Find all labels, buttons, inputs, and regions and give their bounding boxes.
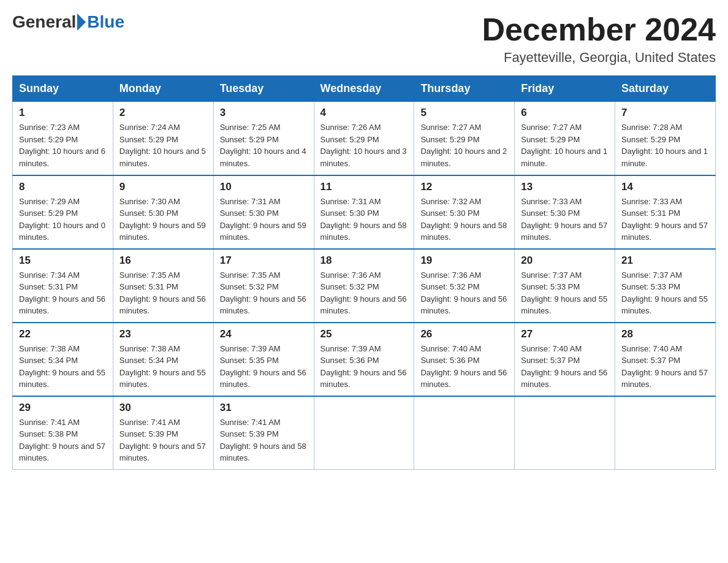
logo-blue-text: Blue — [87, 12, 124, 32]
header-sunday: Sunday — [13, 76, 113, 102]
calendar-day-cell: 30 Sunrise: 7:41 AMSunset: 5:39 PMDaylig… — [113, 396, 213, 470]
day-number: 14 — [621, 181, 709, 193]
day-info: Sunrise: 7:31 AMSunset: 5:30 PMDaylight:… — [220, 197, 306, 242]
day-number: 11 — [320, 181, 408, 193]
day-number: 1 — [19, 107, 107, 119]
calendar-day-cell: 31 Sunrise: 7:41 AMSunset: 5:39 PMDaylig… — [213, 396, 314, 470]
day-info: Sunrise: 7:38 AMSunset: 5:34 PMDaylight:… — [19, 344, 105, 389]
day-number: 25 — [320, 328, 408, 340]
day-number: 12 — [420, 181, 508, 193]
calendar-day-cell: 20 Sunrise: 7:37 AMSunset: 5:33 PMDaylig… — [515, 249, 615, 323]
calendar-day-cell: 9 Sunrise: 7:30 AMSunset: 5:30 PMDayligh… — [113, 175, 213, 249]
day-info: Sunrise: 7:40 AMSunset: 5:37 PMDaylight:… — [621, 344, 708, 389]
calendar-day-cell: 27 Sunrise: 7:40 AMSunset: 5:37 PMDaylig… — [515, 323, 615, 396]
day-number: 15 — [19, 255, 107, 267]
day-number: 26 — [420, 328, 508, 340]
location-text: Fayetteville, Georgia, United States — [482, 50, 716, 66]
day-info: Sunrise: 7:27 AMSunset: 5:29 PMDaylight:… — [420, 123, 507, 168]
logo-general-text: General — [12, 12, 76, 32]
calendar-day-cell: 6 Sunrise: 7:27 AMSunset: 5:29 PMDayligh… — [515, 102, 615, 175]
day-number: 24 — [220, 328, 308, 340]
calendar-day-cell: 23 Sunrise: 7:38 AMSunset: 5:34 PMDaylig… — [113, 323, 213, 396]
calendar-day-cell: 21 Sunrise: 7:37 AMSunset: 5:33 PMDaylig… — [615, 249, 716, 323]
day-number: 17 — [220, 255, 308, 267]
calendar-day-cell: 10 Sunrise: 7:31 AMSunset: 5:30 PMDaylig… — [213, 175, 314, 249]
calendar-day-cell: 1 Sunrise: 7:23 AMSunset: 5:29 PMDayligh… — [13, 102, 113, 175]
calendar-day-cell: 19 Sunrise: 7:36 AMSunset: 5:32 PMDaylig… — [414, 249, 515, 323]
calendar-week-row: 1 Sunrise: 7:23 AMSunset: 5:29 PMDayligh… — [13, 102, 716, 175]
day-number: 31 — [220, 402, 308, 414]
day-info: Sunrise: 7:30 AMSunset: 5:30 PMDaylight:… — [119, 197, 206, 242]
day-number: 23 — [119, 328, 207, 340]
day-info: Sunrise: 7:24 AMSunset: 5:29 PMDaylight:… — [119, 123, 206, 168]
day-info: Sunrise: 7:36 AMSunset: 5:32 PMDaylight:… — [420, 270, 507, 316]
calendar-day-cell: 15 Sunrise: 7:34 AMSunset: 5:31 PMDaylig… — [13, 249, 113, 323]
header-friday: Friday — [515, 76, 615, 102]
day-info: Sunrise: 7:27 AMSunset: 5:29 PMDaylight:… — [521, 123, 607, 168]
calendar-day-cell: 24 Sunrise: 7:39 AMSunset: 5:35 PMDaylig… — [213, 323, 314, 396]
calendar-table: Sunday Monday Tuesday Wednesday Thursday… — [12, 75, 716, 470]
header-wednesday: Wednesday — [314, 76, 414, 102]
calendar-day-cell: 3 Sunrise: 7:25 AMSunset: 5:29 PMDayligh… — [213, 102, 314, 175]
calendar-day-cell: 14 Sunrise: 7:33 AMSunset: 5:31 PMDaylig… — [615, 175, 716, 249]
calendar-day-cell: 5 Sunrise: 7:27 AMSunset: 5:29 PMDayligh… — [414, 102, 515, 175]
month-title: December 2024 — [482, 12, 716, 47]
day-info: Sunrise: 7:39 AMSunset: 5:36 PMDaylight:… — [320, 344, 407, 389]
calendar-day-cell: 12 Sunrise: 7:32 AMSunset: 5:30 PMDaylig… — [414, 175, 515, 249]
day-info: Sunrise: 7:28 AMSunset: 5:29 PMDaylight:… — [621, 123, 708, 168]
day-number: 7 — [621, 107, 709, 119]
calendar-day-cell: 11 Sunrise: 7:31 AMSunset: 5:30 PMDaylig… — [314, 175, 414, 249]
calendar-week-row: 29 Sunrise: 7:41 AMSunset: 5:38 PMDaylig… — [13, 396, 716, 470]
day-info: Sunrise: 7:37 AMSunset: 5:33 PMDaylight:… — [621, 270, 708, 316]
calendar-day-cell: 28 Sunrise: 7:40 AMSunset: 5:37 PMDaylig… — [615, 323, 716, 396]
day-number: 19 — [420, 255, 508, 267]
day-info: Sunrise: 7:35 AMSunset: 5:32 PMDaylight:… — [220, 270, 306, 316]
day-info: Sunrise: 7:36 AMSunset: 5:32 PMDaylight:… — [320, 270, 407, 316]
day-info: Sunrise: 7:32 AMSunset: 5:30 PMDaylight:… — [420, 197, 507, 242]
calendar-day-cell: 26 Sunrise: 7:40 AMSunset: 5:36 PMDaylig… — [414, 323, 515, 396]
calendar-day-cell: 2 Sunrise: 7:24 AMSunset: 5:29 PMDayligh… — [113, 102, 213, 175]
day-number: 13 — [521, 181, 609, 193]
calendar-day-cell — [314, 396, 414, 470]
calendar-day-cell: 13 Sunrise: 7:33 AMSunset: 5:30 PMDaylig… — [515, 175, 615, 249]
day-number: 20 — [521, 255, 609, 267]
day-info: Sunrise: 7:25 AMSunset: 5:29 PMDaylight:… — [220, 123, 306, 168]
day-number: 29 — [19, 402, 107, 414]
day-number: 3 — [220, 107, 308, 119]
header-tuesday: Tuesday — [213, 76, 314, 102]
day-info: Sunrise: 7:38 AMSunset: 5:34 PMDaylight:… — [119, 344, 206, 389]
calendar-week-row: 8 Sunrise: 7:29 AMSunset: 5:29 PMDayligh… — [13, 175, 716, 249]
calendar-day-cell — [615, 396, 716, 470]
page-header: General Blue December 2024 Fayetteville,… — [12, 12, 716, 66]
day-number: 4 — [320, 107, 408, 119]
day-info: Sunrise: 7:39 AMSunset: 5:35 PMDaylight:… — [220, 344, 306, 389]
day-number: 22 — [19, 328, 107, 340]
day-number: 30 — [119, 402, 207, 414]
day-number: 6 — [521, 107, 609, 119]
day-info: Sunrise: 7:41 AMSunset: 5:39 PMDaylight:… — [220, 418, 306, 463]
calendar-day-cell: 22 Sunrise: 7:38 AMSunset: 5:34 PMDaylig… — [13, 323, 113, 396]
header-monday: Monday — [113, 76, 213, 102]
day-number: 28 — [621, 328, 709, 340]
header-saturday: Saturday — [615, 76, 716, 102]
day-number: 27 — [521, 328, 609, 340]
header-thursday: Thursday — [414, 76, 515, 102]
logo-arrow-icon — [77, 13, 86, 31]
calendar-day-cell: 18 Sunrise: 7:36 AMSunset: 5:32 PMDaylig… — [314, 249, 414, 323]
day-number: 18 — [320, 255, 408, 267]
calendar-day-cell — [515, 396, 615, 470]
day-info: Sunrise: 7:33 AMSunset: 5:30 PMDaylight:… — [521, 197, 607, 242]
day-number: 5 — [420, 107, 508, 119]
calendar-week-row: 22 Sunrise: 7:38 AMSunset: 5:34 PMDaylig… — [13, 323, 716, 396]
day-number: 2 — [119, 107, 207, 119]
day-number: 8 — [19, 181, 107, 193]
day-number: 16 — [119, 255, 207, 267]
calendar-week-row: 15 Sunrise: 7:34 AMSunset: 5:31 PMDaylig… — [13, 249, 716, 323]
day-number: 21 — [621, 255, 709, 267]
day-info: Sunrise: 7:29 AMSunset: 5:29 PMDaylight:… — [19, 197, 105, 242]
calendar-day-cell: 4 Sunrise: 7:26 AMSunset: 5:29 PMDayligh… — [314, 102, 414, 175]
day-info: Sunrise: 7:26 AMSunset: 5:29 PMDaylight:… — [320, 123, 407, 168]
title-section: December 2024 Fayetteville, Georgia, Uni… — [482, 12, 716, 66]
day-info: Sunrise: 7:40 AMSunset: 5:37 PMDaylight:… — [521, 344, 607, 389]
calendar-day-cell: 7 Sunrise: 7:28 AMSunset: 5:29 PMDayligh… — [615, 102, 716, 175]
